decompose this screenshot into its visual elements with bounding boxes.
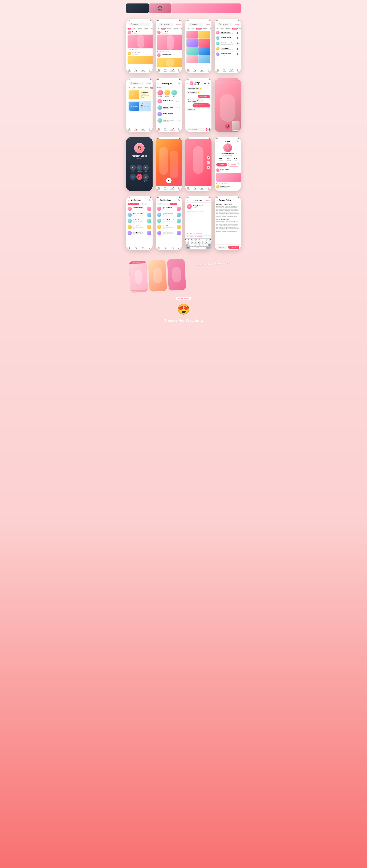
back-profile[interactable]: ←	[216, 141, 218, 142]
grid-cell-6[interactable]	[198, 47, 210, 55]
notif-jordy-2[interactable]: J Jordy EubanksLorem Ipsum has been the.…	[156, 230, 182, 236]
group-fashion[interactable]: F Fashion	[158, 90, 163, 97]
key-j[interactable]: J	[203, 241, 205, 244]
end-call-button[interactable]: 📵	[136, 174, 142, 180]
nav-play-2[interactable]: ▶Play	[178, 69, 180, 72]
key-b[interactable]: B	[200, 244, 202, 246]
key-s[interactable]: S	[189, 241, 191, 244]
f4-event[interactable]: Event	[238, 28, 241, 30]
key-c[interactable]: C	[194, 244, 197, 246]
f2-event[interactable]: Event	[179, 28, 182, 30]
key-g[interactable]: G	[197, 241, 199, 244]
f3-post[interactable]: Post	[191, 28, 195, 30]
follow-button[interactable]: Follow	[216, 163, 227, 166]
key-p[interactable]: P	[209, 239, 211, 241]
nav-home-e[interactable]: 🏠Home	[128, 128, 131, 131]
f4-post[interactable]: Post	[220, 28, 225, 30]
nav-home-3[interactable]: 🏠Home	[187, 69, 190, 72]
nav-play-3[interactable]: ▶Play	[208, 69, 210, 72]
search-notif-2[interactable]: 🔍	[178, 199, 180, 201]
event-music[interactable]: Music 2021 Music Festival 06:30 AM to 12…	[128, 90, 151, 100]
filter-event[interactable]: Event	[150, 28, 152, 30]
comment-2[interactable]: 💬	[162, 51, 164, 52]
key-n[interactable]: N	[202, 244, 205, 246]
nav-search-n[interactable]: 🔍	[135, 247, 137, 249]
key-z[interactable]: Z	[189, 244, 191, 246]
person-lyle[interactable]: L Lyle KauffmanLorem Ipsum has been the.…	[215, 30, 241, 35]
nav-home-m[interactable]: 🏠Home	[158, 128, 160, 131]
fe-event[interactable]: Event	[150, 87, 152, 89]
search-bar-2[interactable]: 🔍 Fashion |	[159, 23, 174, 26]
follow-icon-lyle[interactable]: 👤+	[236, 32, 239, 34]
heart-2[interactable]: ♥	[157, 51, 158, 52]
f2-people[interactable]: People	[173, 28, 179, 30]
profile-comment[interactable]: 💬	[221, 183, 223, 184]
nav-msg-n[interactable]: 💬	[142, 247, 144, 249]
back-messages[interactable]: ←	[158, 83, 159, 84]
search-messages[interactable]: 🔍	[178, 83, 180, 84]
share-btn[interactable]: ↗	[207, 166, 210, 169]
search-bar-e[interactable]: 🔍 Fashion |	[129, 82, 144, 85]
nav-search-j[interactable]: 🔍Search	[193, 187, 196, 190]
nav-home-na[interactable]: 🏠	[158, 247, 160, 249]
tab-follow-req-2[interactable]: Follow Request	[157, 203, 169, 205]
person-jordy[interactable]: J Jordy EubanksLorem Ipsum has been the.…	[215, 52, 241, 57]
gallery-action[interactable]: 🖼 Gallery	[187, 233, 192, 235]
follow-icon-jordy[interactable]: 👤+	[236, 53, 239, 55]
nav-msg-m[interactable]: 💬Message	[170, 128, 175, 131]
notif-jordy[interactable]: J Jordy EubanksLorem Ipsum has been the.…	[126, 230, 152, 236]
nav-play-m[interactable]: ▶Play	[178, 128, 180, 131]
msg-victoria[interactable]: V Victoria Roach Hello... 12:00 PM	[156, 98, 182, 104]
nav-home-4[interactable]: 🏠Home	[216, 69, 219, 72]
key-l[interactable]: L	[208, 241, 210, 244]
nav-msg-3[interactable]: 💬Message	[200, 69, 204, 72]
fe-post[interactable]: Post	[132, 87, 136, 89]
person-spencer[interactable]: S Spencer HortonLorem Ipsum has been the…	[215, 35, 241, 41]
nav-search-cp[interactable]: 🔍Search	[164, 187, 167, 190]
follow-icon-yousif[interactable]: 👤+	[236, 48, 239, 50]
nav-search[interactable]: 🔍Search	[134, 69, 137, 72]
key-q[interactable]: Q	[185, 239, 187, 241]
location-action[interactable]: 📍 Location	[187, 236, 193, 237]
filter-post[interactable]: Post	[132, 28, 136, 30]
notif-lyle[interactable]: L Lyle KauffmanLorem Ipsum has been the.…	[126, 206, 152, 212]
back-privacy[interactable]: ←	[216, 199, 218, 201]
key-r[interactable]: R	[193, 239, 195, 241]
notif-yousif-2[interactable]: Y Yousif CrossLorem Ipsum has been the..…	[156, 224, 182, 230]
attachment-action[interactable]: 📎 Attachment	[194, 233, 202, 235]
key-123[interactable]: 123	[186, 247, 190, 249]
group-topstar[interactable]: T Top Star	[164, 90, 170, 97]
filter-all[interactable]: All	[128, 28, 131, 30]
nav-home-2[interactable]: 🏠Home	[158, 69, 160, 72]
nav-home-cp[interactable]: 🏠Home	[158, 187, 160, 190]
key-return[interactable]: return	[206, 247, 211, 249]
grid-cell-7[interactable]	[187, 55, 198, 63]
f2-photos[interactable]: Photos	[166, 28, 172, 30]
tab-activity-2[interactable]: Activity	[170, 203, 177, 205]
notif-spencer-2[interactable]: S Spencer HortonLorem Ipsum has been the…	[156, 212, 182, 218]
notif-lyle-2[interactable]: L Lyle KauffmanLorem Ipsum has been the.…	[156, 206, 182, 212]
grid-cell-3[interactable]	[187, 39, 198, 47]
key-f[interactable]: F	[194, 241, 197, 244]
send-audio[interactable]: 🎤	[208, 128, 210, 131]
key-h[interactable]: H	[200, 241, 202, 244]
grid-cell-8[interactable]	[198, 55, 210, 63]
filter-photos[interactable]: Photos	[137, 28, 143, 30]
key-shift[interactable]: ↑	[186, 244, 188, 246]
f3-photos[interactable]: Photos	[196, 28, 202, 30]
key-e[interactable]: E	[190, 239, 193, 241]
send-button[interactable]: 😊	[205, 128, 207, 131]
key-m[interactable]: M	[205, 244, 208, 246]
nav-play-e[interactable]: ▶Play	[149, 128, 151, 131]
play-button[interactable]: ▶	[166, 178, 171, 183]
filter-people[interactable]: People	[144, 28, 149, 30]
f2-post[interactable]: Post	[161, 28, 166, 30]
video-icon[interactable]: 📹	[204, 82, 206, 84]
nav-search-m[interactable]: 🔍Search	[164, 128, 167, 131]
cancel-button[interactable]: Cancel	[176, 24, 180, 25]
msg-heather[interactable]: H Heather Walker Lorem ipsum... 12:05 PM	[156, 104, 182, 111]
nav-search-na[interactable]: 🔍	[165, 247, 167, 249]
create-post-input[interactable]: What's on your mind, Jordy?	[185, 210, 211, 232]
nav-home-j[interactable]: 🏠Home	[187, 187, 190, 190]
key-k[interactable]: K	[205, 241, 208, 244]
